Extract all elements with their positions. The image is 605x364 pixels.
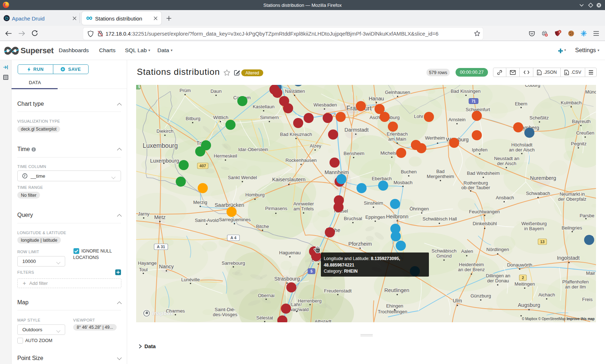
svg-text:Iphofen: Iphofen (472, 147, 487, 153)
svg-text:Schwabach: Schwabach (526, 191, 550, 196)
svg-text:in Bayern: in Bayern (524, 226, 544, 231)
svg-text:Rockenhausen: Rockenhausen (286, 158, 317, 163)
svg-text:Arnstein: Arnstein (448, 117, 466, 122)
svg-text:Augsburg: Augsburg (518, 302, 540, 308)
svg-text:Bitche: Bitche (256, 224, 269, 229)
svg-text:Eberbach: Eberbach (372, 176, 392, 181)
svg-text:Eppingen: Eppingen (366, 214, 385, 220)
svg-text:Aalen: Aalen (461, 249, 473, 254)
svg-text:am Main: am Main (388, 136, 406, 142)
svg-text:Jarny: Jarny (138, 211, 149, 217)
svg-text:Freis: Freis (582, 297, 593, 302)
svg-text:407: 407 (200, 164, 206, 168)
svg-text:Nuremberg: Nuremberg (530, 175, 556, 181)
svg-text:Albstadt: Albstadt (315, 319, 332, 322)
svg-text:ob der Tauber: ob der Tauber (461, 185, 490, 190)
svg-text:Pirmasens: Pirmasens (265, 206, 287, 211)
svg-text:an der Ilm: an der Ilm (565, 284, 586, 290)
svg-text:71: 71 (471, 99, 476, 103)
svg-text:Bad Kissingen: Bad Kissingen (451, 88, 480, 94)
svg-text:Reutlingen: Reutlingen (384, 287, 409, 293)
svg-text:Annweiler: Annweiler (293, 201, 314, 206)
svg-text:Ansbach: Ansbach (496, 195, 514, 200)
svg-text:Höchstadt: Höchstadt (511, 142, 533, 147)
svg-text:Bad Windsheim: Bad Windsheim (467, 170, 499, 176)
svg-text:Saint-Avold: Saint-Avold (195, 218, 219, 223)
svg-text:Sarreguemines: Sarreguemines (219, 217, 251, 222)
svg-text:Longitude and Latitude: 8.1359: Longitude and Latitude: 8.1359273095, (324, 256, 400, 261)
svg-text:Erlenbach: Erlenbach (387, 131, 408, 137)
svg-text:Feuchtwangen: Feuchtwangen (469, 209, 499, 214)
svg-text:Nastätten: Nastätten (285, 88, 305, 94)
svg-text:Haguenau: Haguenau (279, 250, 301, 255)
svg-text:Alzey: Alzey (310, 143, 321, 149)
svg-text:Ingolstadt: Ingolstadt (557, 255, 580, 261)
svg-text:Pegnitz: Pegnitz (571, 141, 586, 146)
svg-text:Diekirch: Diekirch (157, 128, 174, 134)
svg-text:Bayreuth: Bayreuth (572, 119, 591, 124)
svg-text:der Oberpfalz: der Oberpfalz (558, 196, 587, 202)
svg-text:Scheßlitz: Scheßlitz (529, 115, 548, 120)
svg-text:A 4: A 4 (230, 236, 237, 240)
svg-text:der Donau: der Donau (487, 278, 509, 283)
svg-text:Saint-Dié-: Saint-Dié- (215, 307, 236, 312)
svg-text:Parsbe: Parsbe (579, 213, 594, 218)
svg-text:Bitburg: Bitburg (185, 116, 200, 121)
svg-text:Bensheim: Bensheim (344, 151, 364, 156)
svg-text:Ebern: Ebern (515, 101, 528, 106)
svg-text:Darmstadt: Darmstadt (345, 127, 369, 133)
svg-text:Hayange: Hayange (138, 260, 157, 266)
svg-text:5: 5 (310, 269, 313, 273)
svg-text:Schwäbisch Hall: Schwäbisch Hall (422, 216, 457, 222)
svg-text:Sarrebourg: Sarrebourg (221, 260, 245, 266)
svg-text:Meitingen: Meitingen (515, 281, 535, 287)
svg-text:Nördlingen: Nördlingen (487, 247, 509, 252)
svg-text:des-Vosges: des-Vosges (213, 312, 237, 317)
svg-text:Toul: Toul (139, 267, 148, 272)
svg-text:2: 2 (559, 30, 560, 33)
svg-text:Sankt Wendel: Sankt Wendel (228, 175, 257, 180)
svg-text:2: 2 (522, 276, 524, 280)
svg-text:Weißenburg: Weißenburg (521, 221, 547, 226)
svg-text:Pfaffenhofen: Pfaffenhofen (562, 279, 589, 285)
svg-text:Saarbrücken: Saarbrücken (215, 202, 244, 208)
svg-text:Freudenstadt: Freudenstadt (324, 288, 352, 294)
svg-text:Münc: Münc (585, 89, 596, 95)
svg-text:© Mapbox © OpenStreetMap Impro: © Mapbox © OpenStreetMap Improve this ma… (522, 317, 595, 321)
svg-text:Mosbach: Mosbach (394, 180, 413, 185)
svg-text:Ulm: Ulm (453, 298, 462, 304)
svg-text:13: 13 (540, 240, 544, 244)
svg-text:Homburg: Homburg (245, 192, 264, 197)
svg-text:an der Brenz: an der Brenz (458, 267, 485, 272)
svg-text:A 31: A 31 (157, 245, 165, 249)
svg-text:warzwald: warzwald (289, 307, 309, 312)
svg-text:Trochtelfingen: Trochtelfingen (378, 309, 407, 314)
svg-text:Mannheim: Mannheim (324, 169, 349, 175)
svg-text:48.8859674221: 48.8859674221 (324, 263, 354, 268)
svg-text:Merzig: Merzig (193, 200, 207, 205)
svg-text:Kaiserslautern: Kaiserslautern (272, 177, 306, 182)
svg-text:Hermeskeil: Hermeskeil (214, 153, 237, 159)
svg-text:Lunéville: Lunéville (181, 277, 200, 282)
svg-text:Neumarkt in: Neumarkt in (560, 191, 585, 197)
svg-text:Nancy: Nancy (159, 264, 174, 269)
svg-text:der Aisch: der Aisch (497, 161, 516, 166)
svg-text:Donauwörth: Donauwörth (507, 262, 532, 268)
svg-text:Gmünd: Gmünd (436, 253, 452, 259)
svg-text:Neustadt an: Neustadt an (494, 156, 519, 161)
svg-text:Aichach: Aichach (538, 292, 555, 297)
svg-text:Bad: Bad (436, 169, 444, 174)
svg-text:mapbox: mapbox (152, 310, 174, 316)
svg-text:Wiesbaden: Wiesbaden (313, 102, 337, 108)
svg-text:Öhringen: Öhringen (409, 206, 429, 211)
svg-text:Prüm: Prüm (179, 88, 191, 93)
svg-text:Schwäbisch: Schwäbisch (431, 248, 456, 254)
svg-text:Kastellaun: Kastellaun (253, 104, 275, 109)
svg-text:Beilngries: Beilngries (561, 225, 582, 231)
svg-text:Buchen: Buchen (401, 169, 417, 174)
svg-text:Strasbourg: Strasbourg (274, 276, 300, 282)
svg-text:Kulmbach: Kulmbach (561, 100, 582, 105)
svg-text:Luxembourg: Luxembourg (143, 142, 178, 149)
svg-text:Dinkelsbühl: Dinkelsbühl (472, 221, 497, 226)
svg-text:am Trifels: am Trifels (293, 206, 314, 211)
